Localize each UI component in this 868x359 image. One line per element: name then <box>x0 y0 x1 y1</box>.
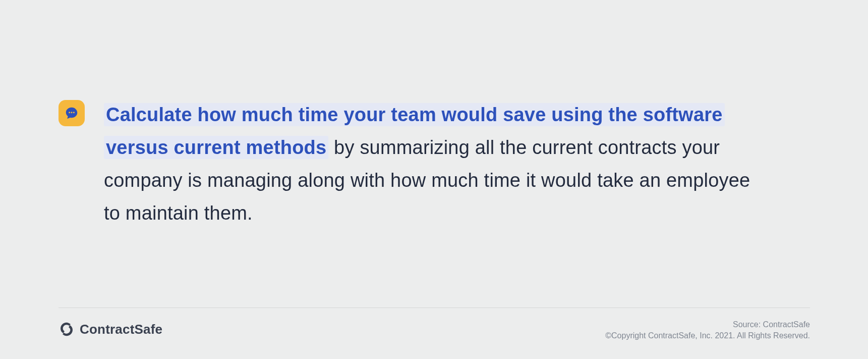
tip-card: Calculate how much time your team would … <box>59 10 810 348</box>
chat-bubble-icon <box>59 100 85 126</box>
footer: ContractSafe Source: ContractSafe ©Copyr… <box>59 317 810 342</box>
copyright-line: ©Copyright ContractSafe, Inc. 2021. All … <box>605 330 810 341</box>
svg-point-0 <box>69 112 70 113</box>
credits: Source: ContractSafe ©Copyright Contract… <box>605 319 810 341</box>
brand-logo: ContractSafe <box>59 321 162 337</box>
divider <box>59 307 810 308</box>
svg-point-2 <box>73 112 75 113</box>
logo-text: ContractSafe <box>80 322 162 337</box>
svg-point-1 <box>71 112 73 113</box>
tip-text: Calculate how much time your team would … <box>104 98 765 230</box>
logo-icon <box>59 321 75 337</box>
source-line: Source: ContractSafe <box>605 319 810 330</box>
